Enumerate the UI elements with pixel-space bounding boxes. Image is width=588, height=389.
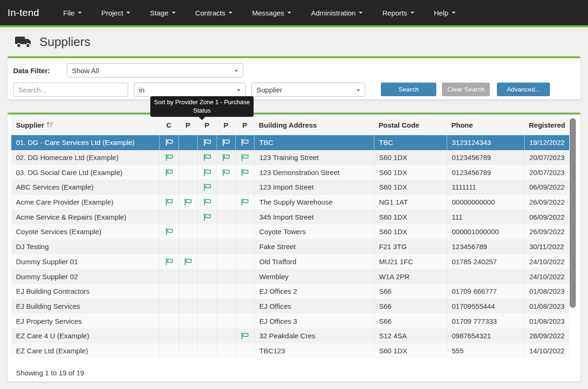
cell-phone: 000001000000: [447, 224, 524, 239]
purchase-status-empty-cell: [197, 299, 217, 314]
purchase-status-empty-cell: [159, 328, 178, 343]
table-row[interactable]: Coyote Services (Example) Coyote TowersS…: [11, 224, 569, 239]
cell-registered: 01/08/2023: [524, 299, 569, 314]
page-title: Suppliers: [39, 35, 90, 49]
purchase-status-empty-cell: [178, 209, 197, 224]
column-header-supplier[interactable]: Supplier: [11, 114, 159, 135]
nav-item-administration[interactable]: Administration: [301, 0, 372, 25]
purchase-status-empty-cell: [159, 284, 178, 299]
purchase-status-flag-cell: [197, 150, 217, 165]
flag-icon: [241, 198, 249, 206]
cell-building-address: Wembley: [254, 269, 374, 284]
column-header-building-address[interactable]: Building Address: [254, 114, 374, 135]
column-header-postal-code[interactable]: Postal Code: [374, 114, 447, 135]
clear-search-button[interactable]: Clear Search: [442, 83, 490, 96]
column-header-p-2[interactable]: P: [178, 114, 197, 135]
table-row[interactable]: DJ TestingFake StreetF21 3TG12345678930/…: [11, 239, 569, 254]
purchase-status-empty-cell: [178, 239, 197, 254]
purchase-status-empty-cell: [217, 180, 235, 195]
purchase-status-flag-cell: [159, 150, 178, 165]
flag-icon: [203, 139, 211, 146]
cell-phone: 00000000000: [447, 195, 524, 210]
column-header-c-1[interactable]: C: [159, 114, 178, 135]
nav-item-file[interactable]: File: [53, 0, 91, 25]
data-filter-select[interactable]: Show All: [67, 63, 243, 77]
cell-phone: 0123456789: [447, 150, 524, 165]
cell-supplier: 01. DG - Care Services Ltd (Example): [11, 135, 159, 150]
search-field-select[interactable]: Supplier: [251, 83, 365, 97]
table-row[interactable]: 02. DG Homecare Ltd (Example) 123 Traini…: [11, 150, 569, 165]
table-row[interactable]: Acme Care Provider (Example) The Supply …: [11, 195, 569, 210]
purchase-status-flag-cell: [217, 135, 235, 150]
cell-registered: 20/07/2023: [524, 165, 569, 180]
table-row[interactable]: EJ Building ContractorsEJ Offices 2S6601…: [11, 284, 569, 299]
purchase-status-empty-cell: [217, 254, 235, 269]
purchase-status-flag-cell: [235, 150, 254, 165]
cell-postal-code: NG1 1AT: [374, 195, 447, 210]
search-input[interactable]: [13, 83, 128, 97]
column-header-registered[interactable]: Registered: [524, 114, 569, 135]
table-row[interactable]: EJ Building ServicesEJ OfficesS660170955…: [11, 299, 569, 314]
cell-phone: 111: [447, 209, 524, 224]
nav-item-reports[interactable]: Reports: [372, 0, 424, 25]
nav-item-stage[interactable]: Stage: [140, 0, 185, 25]
purchase-status-flag-cell: [159, 135, 178, 150]
table-row[interactable]: Dummy Supplier 02WembleyW1A 2PR24/10/202…: [11, 269, 569, 284]
nav-item-contracts[interactable]: Contracts: [186, 0, 242, 25]
purchase-status-empty-cell: [217, 195, 235, 210]
column-header-label: Building Address: [259, 121, 317, 129]
nav-item-help[interactable]: Help: [424, 0, 465, 25]
cell-building-address: Old Trafford: [254, 254, 374, 269]
flag-icon: [222, 154, 230, 161]
purchase-status-empty-cell: [235, 180, 254, 195]
advanced-button[interactable]: Advanced...: [497, 83, 550, 96]
cell-building-address: The Supply Warehouse: [254, 195, 374, 210]
nav-menu: File Project Stage Contracts Messages Ad…: [53, 0, 465, 25]
purchase-status-empty-cell: [217, 343, 235, 358]
search-operator-select[interactable]: in: [134, 83, 246, 97]
column-header-p-4[interactable]: P: [217, 114, 235, 135]
cell-postal-code: S60 1DX: [374, 180, 447, 195]
cell-supplier: Acme Service & Repairs (Example): [11, 209, 159, 224]
nav-item-project[interactable]: Project: [92, 0, 140, 25]
cell-supplier: ABC Services (Example): [11, 180, 159, 195]
vertical-scrollbar[interactable]: [570, 118, 576, 308]
cell-supplier: Dummy Supplier 02: [11, 269, 159, 284]
table-row[interactable]: EZ Care Ltd (Example)TBC123S60 1DX55514/…: [11, 343, 569, 358]
flag-icon: [184, 198, 192, 206]
chevron-down-icon: [126, 12, 130, 14]
purchase-status-empty-cell: [178, 284, 197, 299]
cell-registered: 01/08/2023: [524, 313, 569, 328]
table-row[interactable]: 03. DG Social Care Ltd (Example) 123 Dem…: [11, 165, 569, 180]
cell-postal-code: S66: [374, 299, 447, 314]
purchase-status-empty-cell: [178, 135, 197, 150]
app-logo[interactable]: In-tend: [8, 7, 39, 18]
cell-postal-code: S60 1DX: [374, 150, 447, 165]
cell-registered: 20/07/2023: [524, 150, 569, 165]
nav-item-messages[interactable]: Messages: [242, 0, 301, 25]
data-filter-label: Data Filter:: [13, 67, 50, 75]
column-header-phone[interactable]: Phone: [447, 114, 524, 135]
table-row[interactable]: EJ Property ServicesEJ Offices 3S6601709…: [11, 313, 569, 328]
table-row[interactable]: 01. DG - Care Services Ltd (Example) TBC…: [11, 135, 569, 150]
flag-icon: [184, 258, 192, 265]
table-row[interactable]: EZ Care 4 U (Example) 32 Peakdale CresS1…: [11, 328, 569, 343]
search-button[interactable]: Search: [381, 83, 436, 96]
flag-icon: [165, 169, 173, 176]
column-header-label: P: [224, 121, 228, 129]
purchase-status-empty-cell: [217, 239, 235, 254]
cell-postal-code: S60 1DX: [374, 343, 447, 358]
flag-icon: [241, 169, 249, 176]
column-header-label: C: [166, 121, 171, 129]
cell-registered: 26/09/2022: [524, 195, 569, 210]
cell-phone: 01785 240257: [447, 254, 524, 269]
cell-postal-code: MU21 1FC: [374, 254, 447, 269]
purchase-status-empty-cell: [197, 254, 217, 269]
purchase-status-empty-cell: [217, 299, 235, 314]
column-header-p-5[interactable]: P: [235, 114, 254, 135]
table-row[interactable]: Dummy Supplier 01 Old TraffordMU21 1FC01…: [11, 254, 569, 269]
table-row[interactable]: ABC Services (Example) 123 Import Street…: [11, 180, 569, 195]
table-header-row: Supplier CPPPPBuilding AddressPostal Cod…: [11, 114, 569, 135]
table-row[interactable]: Acme Service & Repairs (Example) 345 Imp…: [11, 209, 569, 224]
column-header-label: P: [204, 121, 209, 129]
